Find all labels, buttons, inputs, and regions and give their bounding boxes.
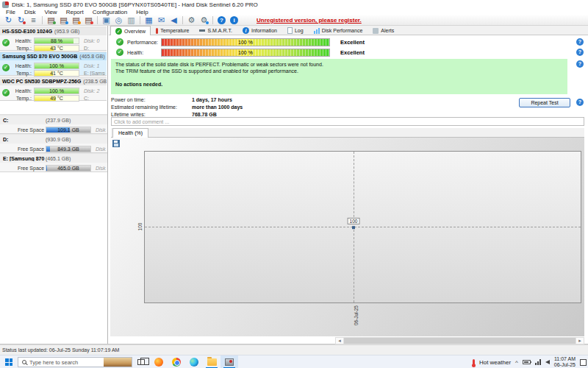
- status-line-1: The status of the solid state disk is PE…: [115, 61, 563, 68]
- disk-control-icon[interactable]: ▥: [126, 15, 137, 25]
- status-line-2: The TRIM feature of the SSD is supported…: [115, 68, 563, 74]
- disk-name: HS-SSD-E100 1024G: [2, 29, 52, 34]
- partition-d[interactable]: D: (930.9 GB) Free Space 849.3 GB Disk: …: [0, 134, 107, 153]
- y-axis-tick-100: 100: [137, 223, 143, 231]
- save-chart-icon[interactable]: [112, 140, 120, 147]
- settings-icon[interactable]: ⚙: [186, 15, 197, 25]
- temp-label: Temp.:: [12, 96, 34, 101]
- help-icon[interactable]: ?: [218, 16, 226, 24]
- disk-card-samsung-870-evo[interactable]: Samsung SSD 870 EVO 500GB (465.8 GB) ✓ H…: [0, 52, 107, 76]
- disk-card-header: HS-SSD-E100 1024G (953.9 GB): [0, 27, 107, 35]
- tab-label: Alerts: [381, 28, 394, 33]
- taskbar-tray: Hot weather ^ 11:07 AM 06-Jul-25: [473, 355, 587, 368]
- comment-input[interactable]: [111, 117, 584, 126]
- info-value: more than 1000 days: [192, 104, 243, 111]
- disk-card-wdc-sn530[interactable]: WDC PC SN530 SDBPMPZ-256G (238.5 GB) ✓ H…: [0, 77, 107, 101]
- free-space-label: Free Space: [18, 166, 46, 171]
- preferences-icon[interactable]: ⚙: [198, 15, 209, 25]
- tab-label: Information: [251, 28, 277, 33]
- performance-label: Performance:: [123, 40, 157, 45]
- taskbar-search[interactable]: Type here to search: [18, 357, 132, 367]
- volume-icon[interactable]: [545, 360, 550, 364]
- battery-icon[interactable]: [523, 360, 531, 364]
- task-view-button[interactable]: [132, 355, 150, 368]
- acoustic-settings-icon[interactable]: ▣: [101, 15, 112, 25]
- unregistered-link[interactable]: Unregistered version, please register.: [257, 17, 362, 24]
- chart-tab-health[interactable]: Health (%): [112, 128, 148, 138]
- info-row: Power on time: 1 days, 17 hours: [111, 96, 243, 104]
- partition-e[interactable]: E: [Samsung 870 ..] (465.1 GB) Free Spac…: [0, 153, 107, 172]
- tab-disk-performance[interactable]: Disk Performance: [309, 26, 368, 35]
- horizontal-scrollbar[interactable]: ◂ ▸: [335, 337, 584, 344]
- help-icon[interactable]: ?: [576, 60, 584, 68]
- start-button[interactable]: [0, 355, 18, 368]
- menu-help[interactable]: Help: [132, 9, 152, 15]
- free-space-bar: 109.1 GB: [46, 127, 91, 133]
- taskbar-app-hard-disk-sentinel[interactable]: [220, 355, 238, 368]
- scrollbar-thumb[interactable]: [344, 338, 576, 344]
- tab-information[interactable]: iInformation: [237, 26, 282, 35]
- info-row: Estimated remaining lifetime: more than …: [111, 104, 243, 111]
- help-icon[interactable]: ?: [576, 99, 584, 106]
- disk-repair-test-icon[interactable]: ▤: [83, 15, 94, 25]
- partition-disk-number: Disk: 1: [91, 166, 106, 171]
- menu-report[interactable]: Report: [62, 9, 88, 15]
- taskbar-clock[interactable]: 11:07 AM 06-Jul-25: [554, 356, 576, 368]
- toolbar-separator: [140, 16, 140, 24]
- disk-extended-test-icon[interactable]: ▤: [58, 15, 69, 25]
- title-bar: Disk: 1, Samsung SSD 870 EVO 500GB [S6PY…: [0, 0, 588, 9]
- health-gauge: 100 %: [161, 49, 330, 57]
- taskbar-app-file-explorer[interactable]: [203, 355, 220, 368]
- toolbar-separator: [97, 16, 98, 24]
- taskbar-app-firefox[interactable]: [150, 355, 168, 368]
- text-to-speech-icon[interactable]: ◀: [168, 15, 179, 25]
- disk-short-test-icon[interactable]: ▤: [46, 15, 57, 25]
- network-icon[interactable]: [535, 359, 541, 365]
- menu-file[interactable]: File: [1, 9, 20, 15]
- menu-configuration[interactable]: Configuration: [88, 9, 132, 15]
- disk-health-row: Health: 88 % Disk: 0: [12, 37, 105, 44]
- tab-log[interactable]: Log: [282, 26, 309, 35]
- main-tabstrip: ✓Overview Temperature S.M.A.R.T. iInform…: [109, 26, 588, 35]
- send-email-report-icon[interactable]: ✉: [156, 15, 167, 25]
- tab-temperature[interactable]: Temperature: [151, 26, 194, 35]
- health-value: 100 %: [162, 49, 329, 57]
- drive-letter: D:: [79, 46, 105, 51]
- taskbar-app-edge[interactable]: [185, 355, 203, 368]
- tray-chevron-up-icon[interactable]: ^: [515, 359, 518, 366]
- repeat-test-button[interactable]: Repeat Test: [519, 98, 570, 107]
- refresh-icon[interactable]: ↻: [3, 15, 14, 25]
- partition-c[interactable]: C: (237.9 GB) Free Space 109.1 GB Disk: …: [0, 115, 107, 134]
- menu-disk[interactable]: Disk: [20, 9, 40, 15]
- weather-temperature-icon[interactable]: [473, 359, 475, 366]
- notification-center-icon[interactable]: [580, 359, 587, 366]
- chart-plot-area: 100 100: [144, 151, 581, 303]
- disk-surface-test-icon[interactable]: ▤: [71, 15, 82, 25]
- tab-overview[interactable]: ✓Overview: [110, 26, 151, 35]
- tab-alerts[interactable]: Alerts: [368, 26, 399, 35]
- detect-disks-icon[interactable]: ↻: [15, 15, 26, 25]
- menu-view[interactable]: View: [40, 9, 61, 15]
- free-space-value: 109.1 GB: [46, 127, 90, 132]
- toolbar-separator: [212, 16, 213, 24]
- help-icon[interactable]: ?: [576, 38, 584, 46]
- partition-name: C:: [3, 118, 46, 123]
- help-icon[interactable]: ?: [576, 49, 584, 56]
- report-window-icon[interactable]: ▦: [143, 15, 154, 25]
- scroll-right-arrow[interactable]: ▸: [576, 338, 584, 344]
- disk-number: Disk: 1: [79, 63, 105, 68]
- about-info-icon[interactable]: i: [230, 16, 238, 24]
- report-menu-icon[interactable]: ≡: [28, 15, 39, 25]
- tab-label: Temperature: [160, 28, 189, 33]
- drive-letter: C:: [79, 96, 105, 101]
- data-point-label: 100: [348, 218, 360, 224]
- disk-card-hs-ssd-e100[interactable]: HS-SSD-E100 1024G (953.9 GB) ✓ Health: 8…: [0, 26, 107, 51]
- tab-smart[interactable]: S.M.A.R.T.: [194, 26, 237, 35]
- tab-label: Log: [295, 28, 304, 33]
- partition-free-row: Free Space 109.1 GB Disk: 2: [18, 126, 106, 133]
- taskbar-app-chrome[interactable]: [168, 355, 185, 368]
- alerts-icon: [373, 28, 379, 34]
- weather-label[interactable]: Hot weather: [479, 359, 511, 366]
- scroll-left-arrow[interactable]: ◂: [336, 338, 344, 344]
- seek-test-icon[interactable]: ◎: [113, 15, 124, 25]
